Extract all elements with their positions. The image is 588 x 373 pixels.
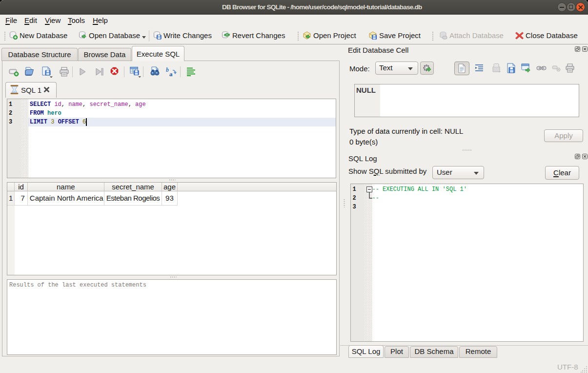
- svg-text:b: b: [166, 67, 169, 73]
- svg-text:a: a: [169, 70, 173, 78]
